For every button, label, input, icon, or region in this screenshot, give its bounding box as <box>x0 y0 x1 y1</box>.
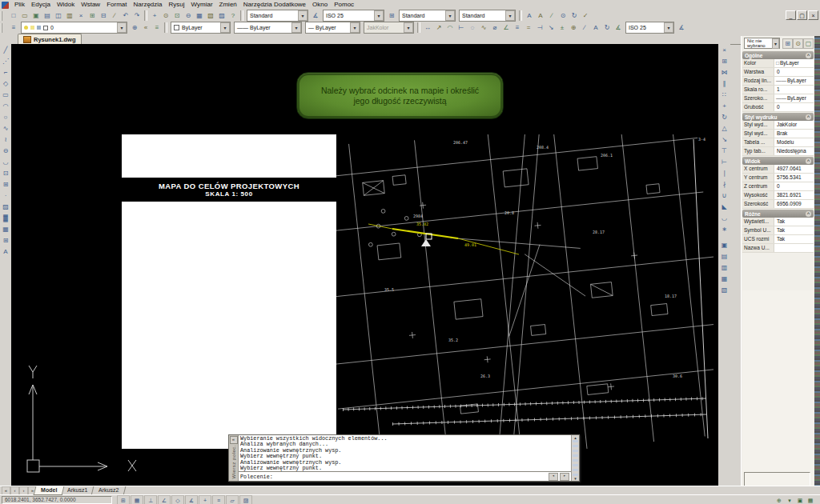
layer-states-icon[interactable]: ≡ <box>151 22 163 33</box>
order-front-icon[interactable]: ▥ <box>719 262 730 273</box>
layout-icon[interactable]: ▦ <box>194 10 205 21</box>
array-icon[interactable]: ∷ <box>719 89 730 100</box>
dim-update-icon[interactable]: ↻ <box>601 22 613 33</box>
dim-style-combo2[interactable]: ISO 25 ▾ <box>625 22 674 34</box>
property-row[interactable]: Warstwa0 <box>742 68 814 77</box>
property-row[interactable]: Z centrum0 <box>742 182 814 191</box>
group-icon[interactable]: ▣ <box>719 239 730 250</box>
make-block-icon[interactable]: ⊞ <box>1 178 11 190</box>
make-object-layer-icon[interactable]: ⊕ <box>129 22 140 33</box>
panel-icon[interactable]: ▣ <box>795 496 805 504</box>
trim-icon[interactable]: ⊤ <box>719 145 730 156</box>
layout-list-icon[interactable]: ▧ <box>205 10 216 21</box>
close-button[interactable]: × <box>808 10 818 20</box>
point-icon[interactable]: · <box>1 190 11 201</box>
dim-jogged-icon[interactable]: ∿ <box>478 22 489 33</box>
undo-icon[interactable]: ↶ <box>120 10 131 21</box>
dim-baseline-icon[interactable]: = <box>523 22 534 33</box>
rotate-icon[interactable]: ↻ <box>719 111 730 122</box>
save-icon[interactable]: ▣ <box>30 10 42 21</box>
insert-block-icon[interactable]: ⊡ <box>1 167 11 178</box>
command-prompt[interactable]: Polecenie: <box>240 474 273 480</box>
dyn-toggle-icon[interactable]: + <box>199 495 211 504</box>
dim-linear-icon[interactable]: ↔ <box>422 22 433 33</box>
menu-narzedzia-dodatkowe[interactable]: Narzędzia Dodatkowe <box>240 0 309 10</box>
chevron-down-icon[interactable]: ▾ <box>220 22 230 33</box>
save-view-icon[interactable]: ▨ <box>216 10 227 21</box>
scroll-down-icon[interactable]: ▾ <box>574 476 577 481</box>
stretch-icon[interactable]: ↘ <box>719 134 730 145</box>
menu-rysuj[interactable]: Rysuj <box>166 0 188 10</box>
copy-object-icon[interactable]: ⊞ <box>719 55 730 66</box>
chevron-down-icon[interactable]: ▾ <box>350 22 360 33</box>
dropdown-arrow-icon[interactable]: ▾ <box>785 496 794 504</box>
text-icon[interactable]: A <box>1 246 11 257</box>
toolbar-grip[interactable] <box>1 23 6 33</box>
dim-leader-icon[interactable]: ↘ <box>545 22 557 33</box>
command-history[interactable]: Wybieranie wszystkich widocznych element… <box>239 435 571 471</box>
erase-icon[interactable]: × <box>719 44 730 55</box>
section-header-plot-style[interactable]: Styl wydruku ^ <box>742 113 814 121</box>
command-window-titlebar[interactable]: « Wiersz polec. <box>229 435 239 481</box>
dim-center-icon[interactable]: ⊕ <box>568 22 579 33</box>
pan-icon[interactable]: + <box>149 10 160 21</box>
chevron-down-icon[interactable]: ▾ <box>664 22 673 33</box>
map-drawing[interactable]: 206.47208.4206.13-4298420.828.1735.518.1… <box>336 134 713 449</box>
property-row[interactable]: Skala ro...1 <box>742 86 814 94</box>
snap-toggle-icon[interactable]: ⊞ <box>117 495 130 504</box>
dim-diameter-icon[interactable]: ⌀ <box>489 22 500 33</box>
otrack-toggle-icon[interactable]: ∡ <box>185 495 198 504</box>
menu-narzedzia[interactable]: Narzędzia <box>130 0 165 10</box>
scale-icon[interactable]: △ <box>719 122 730 134</box>
zoom-realtime-icon[interactable]: ⊙ <box>160 10 171 21</box>
property-row[interactable]: Styl wyd...Brak <box>742 130 814 138</box>
table-style-icon[interactable]: ⊞ <box>386 10 397 21</box>
properties-icon[interactable]: ▧ <box>719 284 730 295</box>
find-icon[interactable]: ⊙ <box>557 10 569 21</box>
color-combo[interactable]: ByLayer ▾ <box>171 22 231 34</box>
chevron-down-icon[interactable]: ▾ <box>772 38 779 49</box>
property-row[interactable]: Kolor□ByLayer <box>742 59 814 68</box>
collapse-icon[interactable]: « <box>230 436 238 444</box>
restore-button[interactable]: ▢ <box>797 10 807 20</box>
property-row[interactable]: Wyświetl...Tak <box>742 218 814 226</box>
menu-okno[interactable]: Okno <box>309 0 331 10</box>
print-icon[interactable]: ▤ <box>42 10 53 21</box>
revcloud-icon[interactable]: ∿ <box>1 122 11 134</box>
minimize-button[interactable]: _ <box>786 10 796 20</box>
open-icon[interactable]: ▭ <box>19 10 30 21</box>
layer-properties-icon[interactable]: ≡ <box>8 22 19 33</box>
dim-quick-icon[interactable]: ≡ <box>512 22 523 33</box>
hatch-icon[interactable]: ▨ <box>1 201 11 212</box>
lwt-toggle-icon[interactable]: ≡ <box>212 495 225 504</box>
clean-screen-icon[interactable]: ▨ <box>239 495 252 504</box>
dim-radius-icon[interactable]: ◌ <box>467 22 478 33</box>
polyline-icon[interactable]: ⌐ <box>1 66 11 78</box>
property-row[interactable]: Typ tab...Niedostępna <box>742 147 814 156</box>
osnap-toggle-icon[interactable]: ◇ <box>171 495 184 504</box>
join-icon[interactable]: ∪ <box>719 190 730 201</box>
chevron-down-icon[interactable]: ▾ <box>298 10 308 21</box>
screen-icon[interactable]: ▦ <box>806 496 815 504</box>
scrollbar-track[interactable] <box>573 440 578 476</box>
drawing-canvas[interactable]: Należy wybrać odcinek na mapie i określi… <box>11 44 718 486</box>
ortho-toggle-icon[interactable]: ⊥ <box>144 495 157 504</box>
menu-plik[interactable]: Plik <box>11 0 28 10</box>
selection-combo[interactable]: Nic nie wybrano ▾ <box>744 38 780 49</box>
chevron-down-icon[interactable]: ▾ <box>291 22 301 33</box>
menu-widok[interactable]: Widok <box>54 0 78 10</box>
dim-style-icon[interactable]: ∡ <box>613 22 624 33</box>
section-header-general[interactable]: Ogólne ^ <box>742 51 814 59</box>
new-icon[interactable]: □ <box>8 10 19 21</box>
plot-icon[interactable]: ▥ <box>64 10 75 21</box>
linetype-combo[interactable]: —— ByLayer ▾ <box>234 22 302 34</box>
chevron-down-icon[interactable]: ▾ <box>374 10 384 21</box>
menu-wstaw[interactable]: Wstaw <box>78 0 103 10</box>
spline-icon[interactable]: ≀ <box>1 134 11 145</box>
layer-combo[interactable]: 0 ▾ <box>21 22 127 34</box>
redo-icon[interactable]: ↷ <box>131 10 143 21</box>
ungroup-icon[interactable]: ▤ <box>719 250 730 262</box>
property-row[interactable]: Styl wyd...JakKolor <box>742 121 814 130</box>
match-properties-icon[interactable]: ∕ <box>109 10 120 21</box>
grid-toggle-icon[interactable]: ▦ <box>131 495 143 504</box>
